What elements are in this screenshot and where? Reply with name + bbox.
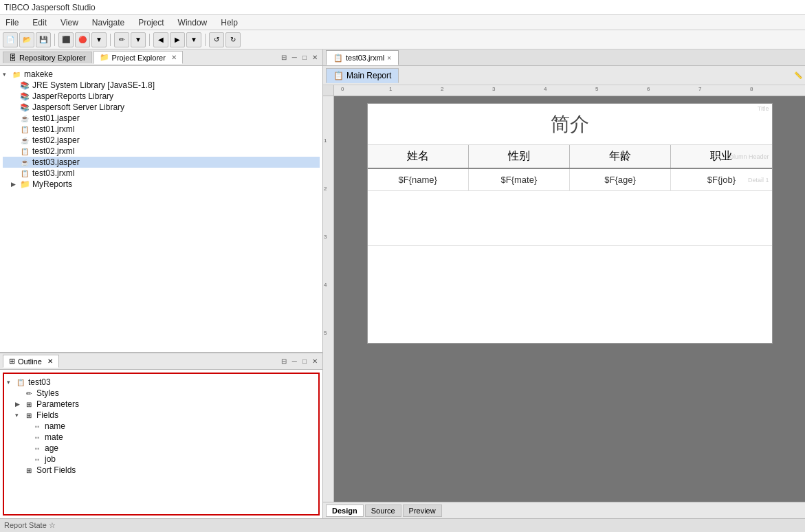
label-makeke: makeke xyxy=(24,69,53,79)
tab-preview[interactable]: Preview xyxy=(403,505,442,517)
report-tab-main[interactable]: 📋 Main Report xyxy=(326,68,399,83)
outline-fields-icon: ⊞ xyxy=(23,410,34,420)
outline-action-2[interactable]: ─ xyxy=(290,357,299,366)
toolbar-sep-3 xyxy=(149,34,150,46)
toolbar-btn-open[interactable]: 📂 xyxy=(19,32,34,47)
tree-item-test01-jrxml[interactable]: 📋 test01.jrxml xyxy=(3,124,320,135)
toolbar-btn-6[interactable]: ▼ xyxy=(91,32,107,47)
tab-close-icon[interactable]: ✕ xyxy=(171,54,177,61)
outline-action-3[interactable]: □ xyxy=(300,357,309,366)
toolbar-btn-5[interactable]: 🔴 xyxy=(75,32,90,47)
menu-project[interactable]: Project xyxy=(135,17,166,28)
outline-action-1[interactable]: ⊟ xyxy=(279,357,289,366)
label-jre: JRE System Library [JavaSE-1.8] xyxy=(32,80,155,90)
menu-view[interactable]: View xyxy=(58,17,81,28)
status-text: Report State ☆ xyxy=(4,521,56,530)
report-title: 简介 xyxy=(551,111,589,137)
editor-area: 📋 test03.jrxml × 📋 Main Report 📏 0 1 2 3 xyxy=(323,49,805,518)
col-header-band-label: Column Header xyxy=(725,153,769,160)
field-job-icon: ▪▪ xyxy=(32,454,43,464)
tree-item-test02-jrxml[interactable]: 📋 test02.jrxml xyxy=(3,146,320,157)
outline-action-4[interactable]: ✕ xyxy=(310,357,320,366)
ruler-v-2: 2 xyxy=(324,186,327,192)
toolbar-btn-new[interactable]: 📄 xyxy=(3,32,18,47)
explorer-tab-bar: 🗄 Repository Explorer 📁 Project Explorer… xyxy=(0,49,322,66)
ruler-v-4: 4 xyxy=(324,282,327,288)
tab-project-explorer[interactable]: 📁 Project Explorer ✕ xyxy=(93,51,183,64)
explorer-menu-icon[interactable]: ⊟ xyxy=(279,53,289,62)
outline-field-age[interactable]: ▪▪ age xyxy=(7,443,316,454)
label-test01-jasper: test01.jasper xyxy=(32,113,80,123)
outline-field-job[interactable]: ▪▪ job xyxy=(7,454,316,465)
outline-close-icon[interactable]: ✕ xyxy=(47,357,53,365)
explorer-close-icon[interactable]: ✕ xyxy=(310,53,320,62)
tree-item-jre[interactable]: 📚 JRE System Library [JavaSE-1.8] xyxy=(3,80,320,91)
tree-item-jaspersoft[interactable]: 📚 Jaspersoft Server Library xyxy=(3,102,320,113)
menu-navigate[interactable]: Navigate xyxy=(89,17,127,28)
label-test01-jrxml: test01.jrxml xyxy=(32,124,74,134)
toolbar-btn-8[interactable]: ▼ xyxy=(131,32,146,47)
toolbar-btn-back[interactable]: ◀ xyxy=(153,32,168,47)
tab-source[interactable]: Source xyxy=(365,505,401,517)
ruler-top: 0 1 2 3 4 5 6 7 8 xyxy=(334,85,805,96)
outline-fields[interactable]: ▾ ⊞ Fields xyxy=(7,410,316,421)
jre-icon: 📚 xyxy=(19,80,30,90)
tree-item-test01-jasper[interactable]: ☕ test01.jasper xyxy=(3,113,320,124)
explorer-maximize-icon[interactable]: □ xyxy=(300,53,309,62)
tree-item-myreports[interactable]: ▶ 📁 MyReports xyxy=(3,179,320,190)
menu-bar: File Edit View Navigate Project Window H… xyxy=(0,15,805,30)
outline-field-name[interactable]: ▪▪ name xyxy=(7,421,316,432)
tree-item-makeke[interactable]: ▾ 📁 makeke xyxy=(3,69,320,80)
editor-tab-close[interactable]: × xyxy=(387,54,391,62)
outline-parameters[interactable]: ▶ ⊞ Parameters xyxy=(7,399,316,410)
menu-help[interactable]: Help xyxy=(218,17,241,28)
outline-label-test03: test03 xyxy=(28,377,51,387)
editor-tab-test03[interactable]: 📋 test03.jrxml × xyxy=(326,50,399,65)
test01-jrxml-icon: 📋 xyxy=(19,124,30,134)
tree-item-test02-jasper[interactable]: ☕ test02.jasper xyxy=(3,135,320,146)
menu-file[interactable]: File xyxy=(3,17,21,28)
label-test02-jrxml: test02.jrxml xyxy=(32,146,74,156)
toolbar-btn-11[interactable]: ↻ xyxy=(225,32,241,47)
ruler-toggle[interactable]: 📏 xyxy=(794,71,802,79)
toolbar-btn-save[interactable]: 💾 xyxy=(36,32,51,47)
explorer-minimize-icon[interactable]: ─ xyxy=(290,53,299,62)
ruler-v-5: 5 xyxy=(324,330,327,336)
outline-label-mate: mate xyxy=(45,432,63,442)
tree-item-test03-jrxml[interactable]: 📋 test03.jrxml xyxy=(3,168,320,179)
editor-tab-label: test03.jrxml xyxy=(346,54,384,62)
outline-test03[interactable]: ▾ 📋 test03 xyxy=(7,377,316,388)
detail-mate: $F{mate} xyxy=(469,169,570,190)
outline-styles[interactable]: ✏ Styles xyxy=(7,388,316,399)
myreports-icon: 📁 xyxy=(19,179,30,189)
toolbar-btn-fwd[interactable]: ▶ xyxy=(170,32,185,47)
report-canvas: 简介 Title 姓名 性别 年龄 职业 Column Header xyxy=(334,96,805,502)
report-tab-icon: 📋 xyxy=(333,71,344,80)
toolbar-btn-7[interactable]: ✏ xyxy=(114,32,129,47)
column-headers: 姓名 性别 年龄 职业 xyxy=(368,145,772,168)
menu-edit[interactable]: Edit xyxy=(30,17,49,28)
menu-window[interactable]: Window xyxy=(175,17,210,28)
detail-name: $F{name} xyxy=(368,169,469,190)
tree-item-test03-jasper[interactable]: ☕ test03.jasper xyxy=(3,157,320,168)
toolbar-btn-9[interactable]: ▼ xyxy=(186,32,201,47)
toolbar-btn-10[interactable]: ↺ xyxy=(209,32,224,47)
toolbar-sep-1 xyxy=(54,34,55,46)
outline-label-job: job xyxy=(45,454,56,464)
detail-band-label: Detail 1 xyxy=(748,177,769,184)
ruler-2: 2 xyxy=(441,86,443,92)
ruler-3: 3 xyxy=(492,86,495,92)
toolbar-btn-4[interactable]: ⬛ xyxy=(58,32,74,47)
toolbar-sep-4 xyxy=(205,34,206,46)
outline-field-mate[interactable]: ▪▪ mate xyxy=(7,432,316,443)
canvas-wrapper: 1 2 3 4 5 简介 Title 姓 xyxy=(323,96,805,502)
outline-sort-fields[interactable]: ⊞ Sort Fields xyxy=(7,465,316,476)
main-layout: 🗄 Repository Explorer 📁 Project Explorer… xyxy=(0,49,805,518)
tree-item-jasperreports[interactable]: 📚 JasperReports Library xyxy=(3,91,320,102)
tab-outline[interactable]: ⊞ Outline ✕ xyxy=(3,355,59,368)
detail-cells: $F{name} $F{mate} $F{age} $F{job} xyxy=(368,169,772,190)
tab-design[interactable]: Design xyxy=(326,505,364,517)
ruler-0: 0 xyxy=(341,86,344,92)
tab-repository-explorer[interactable]: 🗄 Repository Explorer xyxy=(3,52,92,63)
col-header-mate: 性别 xyxy=(469,145,570,168)
